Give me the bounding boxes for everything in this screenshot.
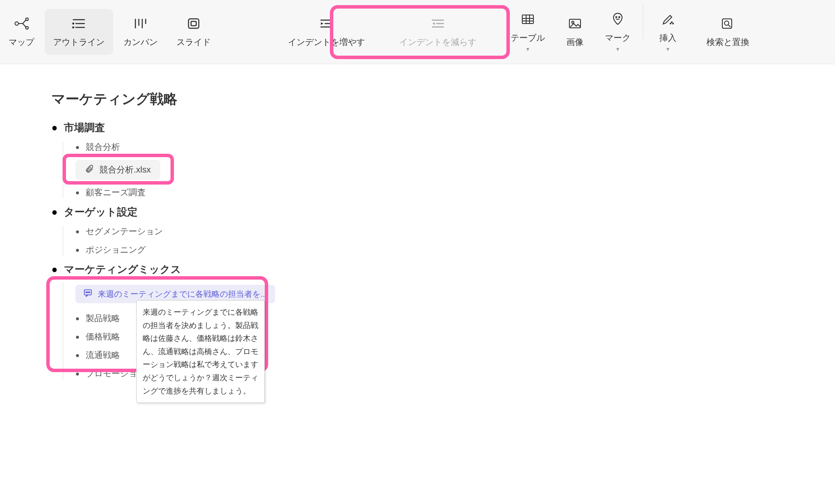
- indent-decrease-button: インデントを減らす: [391, 9, 485, 55]
- toolbar: マップ アウトライン: [0, 0, 835, 64]
- svg-point-2: [26, 27, 28, 29]
- item-label: セグメンテーション: [86, 226, 163, 237]
- bullet-icon: ●: [51, 263, 58, 275]
- indent-decrease-icon: [431, 16, 445, 31]
- outline-view-button[interactable]: アウトライン: [45, 9, 113, 55]
- item-label: ポジショニング: [86, 244, 146, 256]
- caret-down-icon: ▼: [615, 46, 620, 52]
- outline-item-positioning[interactable]: ● ポジショニング: [75, 244, 548, 256]
- kanban-view-button[interactable]: カンバン: [115, 9, 166, 55]
- svg-point-26: [572, 21, 574, 24]
- bullet-icon: ●: [75, 370, 80, 378]
- section-title: マーケティングミックス: [64, 262, 181, 276]
- insert-button[interactable]: 挿入 ▼: [646, 5, 689, 59]
- toolbar-insert-group: テーブル ▼ 画像 マーク: [502, 5, 689, 59]
- document-content: マーケティング戦略 ● 市場調査 ● 競合分析: [0, 64, 600, 412]
- comment-tooltip: 来週のミーティングまでに各戦略の担当者を決めましょう。製品戦略は佐藤さん、価格戦…: [136, 300, 265, 403]
- outline-label: アウトライン: [53, 36, 105, 48]
- indent-decrease-label: インデントを減らす: [399, 36, 476, 48]
- outline-item-marketing-mix[interactable]: ● マーケティングミックス: [51, 262, 548, 276]
- image-button[interactable]: 画像: [554, 5, 596, 59]
- comment-icon: [83, 288, 93, 300]
- svg-point-33: [724, 21, 729, 25]
- svg-point-38: [89, 292, 90, 293]
- bullet-icon: ●: [51, 122, 58, 134]
- svg-rect-12: [189, 19, 199, 28]
- mindmap-label: マップ: [9, 36, 34, 48]
- toolbar-view-group: マップ アウトライン: [0, 9, 219, 55]
- mark-icon: [611, 12, 625, 27]
- bullet-icon: ●: [51, 206, 58, 218]
- image-icon: [568, 16, 582, 31]
- separator: [643, 5, 643, 39]
- section-title: ターゲット設定: [64, 205, 138, 219]
- outline-item-market-research[interactable]: ● 市場調査: [51, 121, 548, 134]
- attachment-chip[interactable]: 競合分析.xlsx: [75, 160, 160, 180]
- outline-item-competitor-analysis[interactable]: ● 競合分析: [75, 141, 548, 153]
- bullet-icon: ●: [75, 352, 80, 359]
- svg-rect-13: [191, 21, 196, 26]
- mark-button[interactable]: マーク ▼: [596, 5, 639, 59]
- image-label: 画像: [566, 36, 584, 48]
- document-title[interactable]: マーケティング戦略: [51, 90, 548, 109]
- svg-point-36: [86, 292, 87, 293]
- search-replace-icon: [721, 16, 735, 31]
- kanban-label: カンバン: [123, 36, 158, 48]
- table-label: テーブル: [511, 32, 545, 44]
- insert-label: 挿入: [659, 32, 676, 44]
- slide-label: スライド: [177, 36, 211, 48]
- bullet-icon: ●: [75, 228, 80, 236]
- svg-point-37: [87, 292, 88, 293]
- svg-point-31: [670, 23, 671, 24]
- svg-point-0: [15, 22, 18, 25]
- toolbar-search-group: 検索と置換: [698, 9, 758, 55]
- search-replace-label: 検索と置換: [706, 36, 749, 48]
- search-replace-button[interactable]: 検索と置換: [698, 9, 758, 55]
- bullet-icon: ●: [75, 246, 80, 254]
- mark-label: マーク: [605, 32, 631, 44]
- item-label: 流通戦略: [86, 349, 120, 361]
- outline-item-targeting[interactable]: ● ターゲット設定: [51, 205, 548, 219]
- attachment-filename: 競合分析.xlsx: [99, 164, 151, 176]
- svg-point-27: [616, 17, 617, 18]
- bullet-icon: ●: [75, 315, 80, 322]
- svg-point-7: [73, 27, 74, 28]
- insert-icon: [661, 12, 675, 27]
- bullet-icon: ●: [75, 333, 80, 341]
- outline-item-segmentation[interactable]: ● セグメンテーション: [75, 226, 548, 237]
- bullet-icon: ●: [75, 143, 80, 151]
- svg-point-1: [26, 18, 28, 21]
- section-title: 市場調査: [64, 121, 105, 134]
- svg-line-34: [728, 25, 730, 27]
- item-label: 競合分析: [86, 141, 120, 153]
- outline-item-customer-needs[interactable]: ● 顧客ニーズ調査: [75, 187, 548, 198]
- indent-increase-label: インデントを増やす: [288, 36, 365, 48]
- svg-point-6: [73, 23, 74, 24]
- mindmap-icon: [14, 16, 29, 31]
- bullet-icon: ●: [75, 189, 80, 197]
- outline-icon: [72, 16, 86, 31]
- attachment-icon: [85, 164, 94, 176]
- slide-view-button[interactable]: スライド: [168, 9, 219, 55]
- kanban-icon: [133, 16, 148, 31]
- svg-rect-20: [522, 15, 533, 24]
- item-label: 顧客ニーズ調査: [86, 187, 146, 198]
- slide-icon: [186, 16, 201, 31]
- caret-down-icon: ▼: [525, 46, 530, 52]
- svg-point-29: [671, 22, 672, 23]
- toolbar-indent-group: インデントを増やす インデントを減らす: [279, 9, 485, 55]
- caret-down-icon: ▼: [665, 46, 670, 52]
- indent-increase-icon: [319, 16, 334, 31]
- svg-point-30: [673, 23, 673, 24]
- item-label: 価格戦略: [86, 331, 120, 343]
- item-label: 製品戦略: [86, 313, 120, 324]
- indent-increase-button[interactable]: インデントを増やす: [279, 9, 374, 55]
- table-button[interactable]: テーブル ▼: [502, 5, 554, 59]
- comment-summary: 来週のミーティングまでに各戦略の担当者を...: [98, 289, 267, 300]
- svg-point-28: [619, 17, 620, 18]
- mindmap-view-button[interactable]: マップ: [0, 9, 43, 55]
- table-icon: [521, 12, 535, 27]
